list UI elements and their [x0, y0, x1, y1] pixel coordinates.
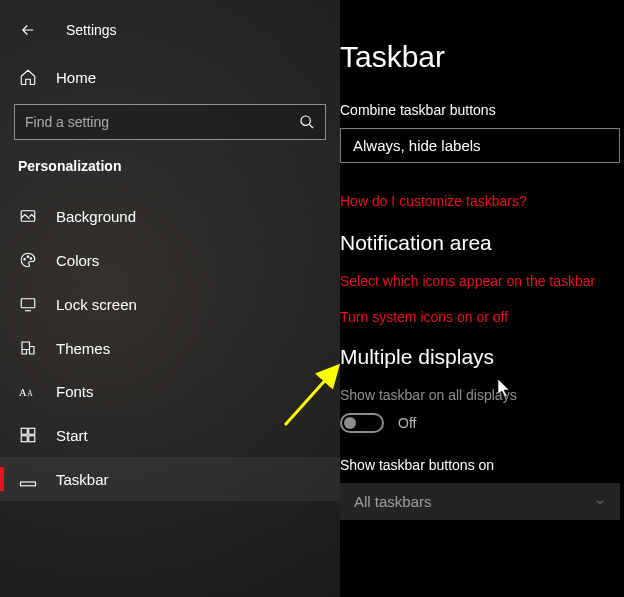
sidebar-item-lock-screen[interactable]: Lock screen	[0, 282, 340, 326]
search-input-container[interactable]	[14, 104, 326, 140]
svg-text:A: A	[27, 388, 33, 397]
chevron-down-icon	[594, 496, 606, 508]
customize-taskbars-link[interactable]: How do I customize taskbars?	[340, 193, 624, 209]
sidebar: Settings Home Personalization Background…	[0, 0, 340, 597]
sidebar-item-label: Lock screen	[56, 296, 137, 313]
page-title: Taskbar	[340, 40, 624, 74]
toggle-state-label: Off	[398, 415, 416, 431]
toggle-knob	[344, 417, 356, 429]
sidebar-item-fonts[interactable]: AA Fonts	[0, 370, 340, 413]
notification-area-header: Notification area	[340, 231, 624, 255]
themes-icon	[18, 339, 38, 357]
home-label: Home	[56, 69, 96, 86]
category-header: Personalization	[0, 158, 340, 194]
palette-icon	[18, 251, 38, 269]
sidebar-item-label: Themes	[56, 340, 110, 357]
sidebar-item-home[interactable]: Home	[0, 58, 340, 98]
svg-rect-9	[29, 428, 35, 434]
topbar: Settings	[0, 8, 340, 58]
fonts-icon: AA	[18, 384, 38, 400]
sidebar-item-taskbar[interactable]: Taskbar	[0, 457, 340, 501]
image-icon	[18, 207, 38, 225]
sidebar-item-label: Fonts	[56, 383, 94, 400]
show-all-displays-label: Show taskbar on all displays	[340, 387, 624, 403]
app-title: Settings	[66, 22, 117, 38]
sidebar-item-background[interactable]: Background	[0, 194, 340, 238]
sidebar-item-label: Background	[56, 208, 136, 225]
combine-buttons-label: Combine taskbar buttons	[340, 102, 624, 118]
svg-point-3	[27, 256, 29, 258]
sidebar-item-label: Taskbar	[56, 471, 109, 488]
content-panel: Taskbar Combine taskbar buttons Always, …	[340, 0, 624, 597]
multiple-displays-header: Multiple displays	[340, 345, 624, 369]
sidebar-item-start[interactable]: Start	[0, 413, 340, 457]
lock-screen-icon	[18, 295, 38, 313]
dropdown-value: Always, hide labels	[353, 137, 481, 154]
svg-rect-11	[29, 436, 35, 442]
back-button[interactable]	[14, 16, 42, 44]
sidebar-item-colors[interactable]: Colors	[0, 238, 340, 282]
show-buttons-on-dropdown[interactable]: All taskbars	[340, 483, 620, 520]
svg-point-2	[24, 259, 26, 261]
svg-point-4	[30, 258, 32, 260]
svg-rect-12	[21, 482, 36, 486]
search-icon	[299, 114, 315, 130]
show-all-displays-toggle[interactable]	[340, 413, 384, 433]
system-icons-link[interactable]: Turn system icons on or off	[340, 309, 624, 325]
svg-text:A: A	[19, 386, 27, 397]
svg-rect-5	[21, 299, 35, 308]
start-icon	[18, 426, 38, 444]
show-all-displays-toggle-row: Off	[340, 413, 624, 433]
svg-rect-10	[21, 436, 27, 442]
home-icon	[18, 68, 38, 86]
taskbar-icon	[18, 470, 38, 488]
arrow-left-icon	[19, 21, 37, 39]
search-input[interactable]	[25, 114, 299, 130]
combine-buttons-dropdown[interactable]: Always, hide labels	[340, 128, 620, 163]
sidebar-item-themes[interactable]: Themes	[0, 326, 340, 370]
select-icons-link[interactable]: Select which icons appear on the taskbar	[340, 273, 624, 289]
sidebar-item-label: Colors	[56, 252, 99, 269]
show-buttons-on-label: Show taskbar buttons on	[340, 457, 624, 473]
sidebar-item-label: Start	[56, 427, 88, 444]
svg-rect-8	[21, 428, 27, 434]
dropdown-value: All taskbars	[354, 493, 432, 510]
svg-point-0	[301, 116, 310, 125]
